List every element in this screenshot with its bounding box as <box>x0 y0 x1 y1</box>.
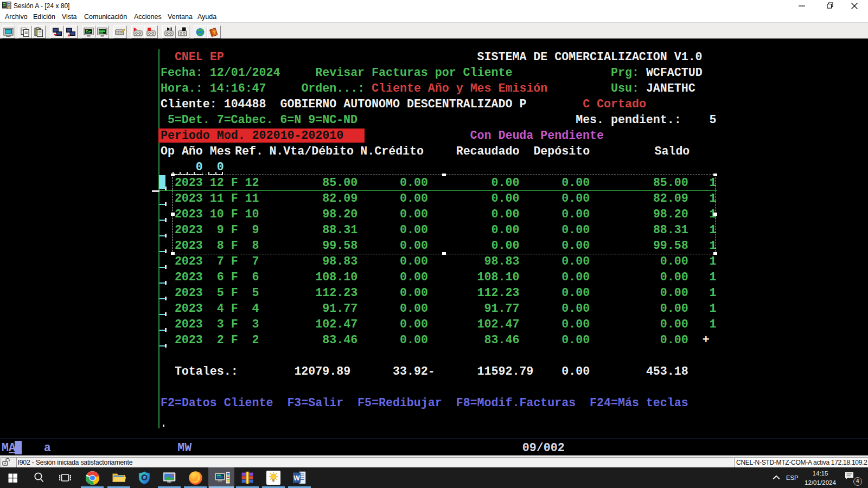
svg-text:W: W <box>293 474 300 482</box>
